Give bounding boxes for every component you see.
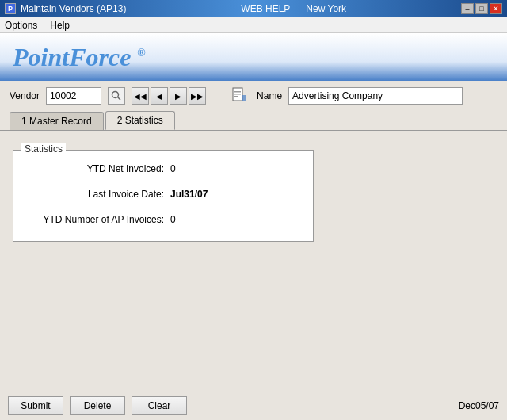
nav-prev-button[interactable]: ◀ — [151, 87, 168, 105]
stat-row-last-invoice: Last Invoice Date: Jul31/07 — [29, 189, 297, 200]
tabs-row: 1 Master Record 2 Statistics — [0, 111, 507, 130]
name-label: Name — [257, 90, 282, 101]
location-text: New York — [306, 3, 346, 14]
submit-button[interactable]: Submit — [8, 396, 63, 415]
vendor-label: Vendor — [10, 90, 40, 101]
vendor-search-button[interactable] — [108, 87, 125, 105]
logo-force: Force — [69, 43, 131, 71]
statistics-group: Statistics YTD Net Invoiced: 0 Last Invo… — [13, 150, 314, 242]
help-menu[interactable]: Help — [50, 20, 70, 31]
statistics-group-title: Statistics — [21, 143, 66, 155]
vendor-input[interactable] — [46, 87, 101, 105]
nav-next-button[interactable]: ▶ — [170, 87, 187, 105]
action-buttons: Submit Delete Clear — [8, 396, 187, 415]
svg-rect-5 — [234, 96, 238, 97]
svg-point-0 — [112, 92, 119, 98]
navigation-buttons: ◀◀ ◀ ▶ ▶▶ — [132, 87, 206, 105]
options-menu[interactable]: Options — [5, 20, 37, 31]
main-content: Vendor ◀◀ ◀ ▶ ▶▶ Name — [0, 81, 507, 391]
tab-master-record[interactable]: 1 Master Record — [10, 112, 104, 130]
minimize-button[interactable]: – — [461, 3, 474, 14]
svg-rect-3 — [234, 91, 241, 93]
app-icon: P — [5, 3, 16, 14]
stat-label-ytd-invoices: YTD Number of AP Invoices: — [29, 214, 164, 225]
logo-area: PointForce ® — [0, 33, 507, 81]
tab-content-statistics: Statistics YTD Net Invoiced: 0 Last Invo… — [0, 130, 507, 391]
maximize-button[interactable]: □ — [475, 3, 488, 14]
window-controls: – □ ✕ — [461, 3, 502, 14]
stat-label-ytd-net: YTD Net Invoiced: — [29, 163, 164, 174]
vendor-row: Vendor ◀◀ ◀ ▶ ▶▶ Name — [0, 81, 507, 111]
clear-button[interactable]: Clear — [132, 396, 187, 415]
stat-row-ytd-invoices: YTD Number of AP Invoices: 0 — [29, 214, 297, 225]
stat-value-last-invoice: Jul31/07 — [170, 189, 208, 200]
date-display: Dec05/07 — [459, 400, 499, 411]
title-bar: P Maintain Vendors (AP13) WEB HELP New Y… — [0, 0, 507, 17]
logo-point: Point — [13, 43, 69, 71]
nav-last-button[interactable]: ▶▶ — [189, 87, 206, 105]
nav-first-button[interactable]: ◀◀ — [132, 87, 149, 105]
close-button[interactable]: ✕ — [490, 3, 502, 14]
title-center-links: WEB HELP New York — [241, 3, 346, 14]
search-icon — [111, 90, 122, 101]
app-title: Maintain Vendors (AP13) — [21, 3, 126, 14]
svg-rect-6 — [242, 95, 246, 101]
tab-statistics[interactable]: 2 Statistics — [105, 111, 175, 130]
web-help-link[interactable]: WEB HELP — [241, 3, 290, 14]
delete-button[interactable]: Delete — [70, 396, 125, 415]
stat-label-last-invoice: Last Invoice Date: — [29, 189, 164, 200]
document-icon — [228, 87, 250, 105]
vendor-name-input[interactable] — [288, 87, 463, 105]
bottom-area: Submit Delete Clear Dec05/07 — [0, 391, 507, 420]
svg-line-1 — [118, 97, 121, 101]
logo: PointForce ® — [13, 43, 146, 72]
menu-bar: Options Help — [0, 17, 507, 33]
stat-row-ytd-net: YTD Net Invoiced: 0 — [29, 163, 297, 174]
stat-value-ytd-net: 0 — [170, 163, 176, 174]
stat-value-ytd-invoices: 0 — [170, 214, 176, 225]
svg-rect-4 — [234, 94, 241, 95]
